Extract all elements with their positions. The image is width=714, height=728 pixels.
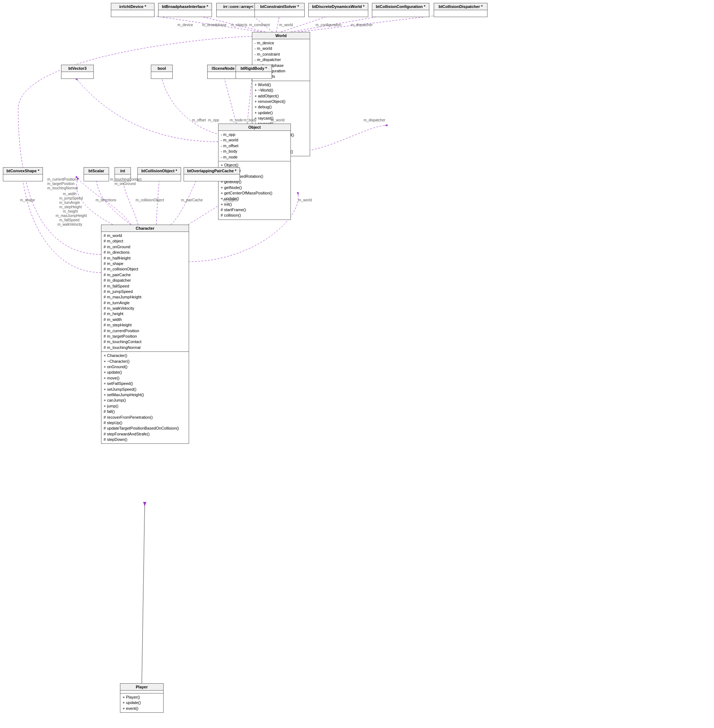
label-m-world-top: m_world	[279, 23, 293, 27]
box-btDiscreteDynamicsWorld-title: btDiscreteDynamicsWorld *	[309, 3, 368, 10]
label-m-directions: m_directions	[96, 198, 116, 202]
box-btOverlappingPairCache-title: btOverlappingPairCache *	[184, 168, 240, 174]
box-btCollisionObject: btCollisionObject *	[137, 167, 181, 181]
box-btConvexShape-title: btConvexShape *	[3, 168, 42, 174]
box-btCollisionDispatcher-title: btCollisionDispatcher *	[434, 3, 487, 10]
uml-diagram: irrIchtDevice * btBroadphaseInterface * …	[0, 0, 714, 728]
svg-line-11	[142, 505, 145, 683]
box-btConstraintSolver-title: btConstraintSolver *	[255, 3, 304, 10]
label-m-fallSpeed: m_fallSpeed	[59, 218, 80, 222]
box-int-title: int	[115, 168, 130, 174]
box-btVector3: btVector3	[61, 65, 94, 79]
box-Object-title: Object	[219, 124, 291, 131]
label-m-width: m_width	[63, 192, 76, 196]
label-m-object: m_object	[223, 198, 238, 202]
label-m-node: m_node	[230, 118, 243, 122]
box-Object-attrs: - m_opp - m_world - m_offset - m_body - …	[219, 131, 291, 161]
box-btConstraintSolver: btConstraintSolver *	[255, 3, 304, 17]
box-btScalar-title: btScalar	[84, 168, 109, 174]
box-btCollisionConfiguration: btCollisionConfiguration *	[372, 3, 429, 17]
label-m-objects: m_objects	[231, 23, 248, 27]
label-m-world-mid: m_world	[271, 118, 285, 122]
label-m-touchingContact: m_touchingContact	[110, 177, 141, 181]
box-Player-attrs	[120, 691, 163, 694]
label-m-device: m_device	[177, 23, 193, 27]
box-bool-title: bool	[151, 65, 172, 72]
label-m-body: m_body	[244, 118, 256, 122]
box-btOverlappingPairCache: btOverlappingPairCache *	[184, 167, 240, 181]
box-irrIchtDevice: irrIchtDevice *	[111, 3, 154, 17]
svg-line-9	[247, 78, 252, 124]
box-btCollisionDispatcher: btCollisionDispatcher *	[434, 3, 488, 17]
label-m-opp: m_opp	[208, 118, 219, 122]
box-btBroadphaseInterface-title: btBroadphaseInterface *	[159, 3, 212, 10]
label-m-jumpSpeed: m_jumpSpeed	[59, 196, 82, 200]
label-m-offset: m_offset	[192, 118, 206, 122]
svg-line-8	[224, 78, 236, 124]
box-btScalar: btScalar	[84, 167, 109, 181]
box-irrIchtDevice-body	[111, 10, 154, 17]
label-m-touchingNormal: m_touchingNormal	[47, 186, 78, 190]
label-m-targetPosition: m_targetPosition	[47, 182, 75, 186]
label-m-walkVelocity: m_walkVelocity	[57, 222, 82, 226]
label-m-maxJumpHeight: m_maxJumpHeight	[56, 214, 87, 218]
box-Character: Character # m_world # m_object # m_onGro…	[101, 225, 189, 444]
box-World-title: World	[252, 32, 310, 39]
label-m-broadphase: m_broadphase	[202, 23, 226, 27]
box-btVector3-title: btVector3	[62, 65, 93, 72]
box-btRigidBody-title: btRigidBody *	[236, 65, 272, 72]
label-m-stepHeight: m_stepHeight	[59, 205, 82, 209]
box-btRigidBody: btRigidBody *	[236, 65, 272, 79]
label-m-currentPosition: m_currentPosition	[47, 177, 77, 181]
box-btBroadphaseInterface: btBroadphaseInterface *	[158, 3, 212, 17]
box-btConvexShape: btConvexShape *	[3, 167, 43, 181]
box-Character-title: Character	[101, 225, 189, 232]
box-btCollisionObject-title: btCollisionObject *	[138, 168, 181, 174]
box-Player: Player + Player() + update() + event()	[120, 683, 164, 713]
label-m-dispatcher-top: m_dispatcher	[351, 23, 373, 27]
label-m-shape: m_shape	[20, 198, 35, 202]
box-irrIchtDevice-title: irrIchtDevice *	[111, 3, 154, 10]
label-m-height: m_height	[63, 209, 78, 213]
box-Player-methods: + Player() + update() + event()	[120, 694, 163, 712]
label-m-onGround: m_onGround	[114, 182, 136, 186]
label-m-constraint: m_constraint	[249, 23, 270, 27]
label-m-turnAngle: m_turnAngle	[59, 201, 80, 205]
box-btDiscreteDynamicsWorld: btDiscreteDynamicsWorld *	[308, 3, 368, 17]
label-m-dispatcher-mid: m_dispatcher	[363, 118, 386, 122]
label-m-world-obj: m_world	[298, 198, 312, 202]
label-m-configuration: m_configuration	[315, 23, 341, 27]
box-btCollisionConfiguration-title: btCollisionConfiguration *	[372, 3, 429, 10]
label-m-collisionObject: m_collisionObject	[136, 198, 164, 202]
label-m-pairCache: m_pairCache	[181, 198, 202, 202]
box-Character-methods: + Character() + ~Character() + onGround(…	[101, 352, 189, 443]
box-Player-title: Player	[120, 684, 163, 691]
box-Character-attrs: # m_world # m_object # m_onGround # m_di…	[101, 232, 189, 352]
box-bool: bool	[151, 65, 172, 79]
